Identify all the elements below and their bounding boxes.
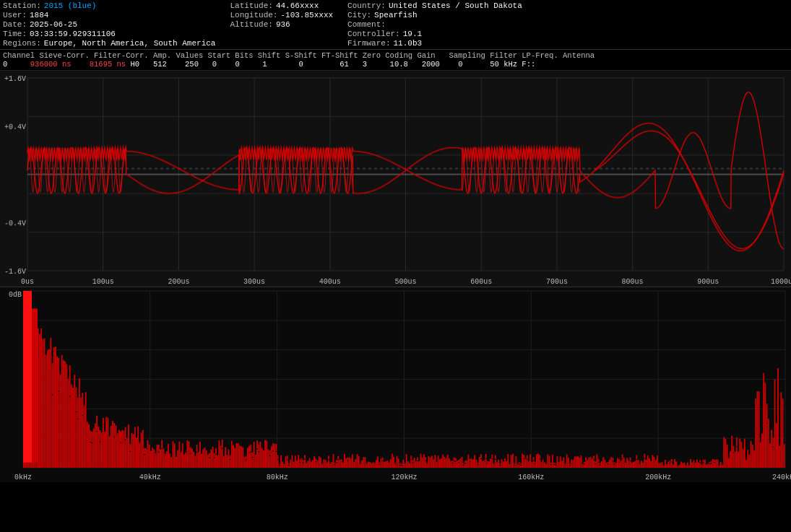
date-label: Date: bbox=[3, 20, 27, 29]
user-value: 1884 bbox=[30, 11, 48, 19]
header-panel: Station: 2015 (blue) User: 1884 Date: 20… bbox=[0, 0, 791, 50]
latitude-label: Latitude: bbox=[230, 1, 272, 10]
longitude-value: -103.85xxxx bbox=[280, 11, 333, 19]
channel-values: 0 936000 ns 81695 ns H0 512 250 0 0 1 0 … bbox=[3, 60, 788, 69]
station-label: Station: bbox=[3, 1, 41, 10]
time-value: 03:33:59.929311106 bbox=[30, 30, 116, 38]
altitude-value: 936 bbox=[276, 20, 290, 29]
header-col-1: Station: 2015 (blue) User: 1884 Date: 20… bbox=[3, 1, 215, 48]
controller-label: Controller: bbox=[347, 30, 400, 38]
latitude-value: 44.66xxxx bbox=[276, 1, 319, 10]
time-label: Time: bbox=[3, 30, 27, 38]
country-label: Country: bbox=[347, 1, 386, 10]
user-label: User: bbox=[3, 11, 27, 19]
comment-label: Comment: bbox=[347, 20, 386, 29]
spectrum-panel bbox=[0, 287, 791, 482]
regions-label: Regions: bbox=[3, 39, 41, 48]
firmware-value: 11.0b3 bbox=[394, 39, 423, 48]
channel-labels: Channel Sieve-Corr. Filter-Corr. Amp. Va… bbox=[3, 51, 788, 60]
date-value: 2025-06-25 bbox=[30, 20, 77, 29]
country-value: United States / South Dakota bbox=[389, 1, 522, 10]
longitude-label: Longitude: bbox=[230, 11, 277, 19]
altitude-label: Altitude: bbox=[230, 20, 272, 29]
regions-value: Europe, North America, South America bbox=[44, 39, 216, 48]
spectrum-canvas bbox=[0, 287, 791, 482]
header-col-3: Country: United States / South Dakota Ci… bbox=[347, 1, 522, 48]
station-value: 2015 (blue) bbox=[44, 1, 97, 10]
city-value: Spearfish bbox=[374, 11, 417, 19]
waveform-panel bbox=[0, 71, 791, 287]
firmware-label: Firmware: bbox=[347, 39, 390, 48]
channel-header: Channel Sieve-Corr. Filter-Corr. Amp. Va… bbox=[0, 50, 791, 71]
controller-value: 19.1 bbox=[403, 30, 422, 38]
city-label: City: bbox=[347, 11, 371, 19]
header-col-2: Latitude: 44.66xxxx Longitude: -103.85xx… bbox=[230, 1, 333, 48]
waveform-canvas bbox=[0, 71, 791, 287]
